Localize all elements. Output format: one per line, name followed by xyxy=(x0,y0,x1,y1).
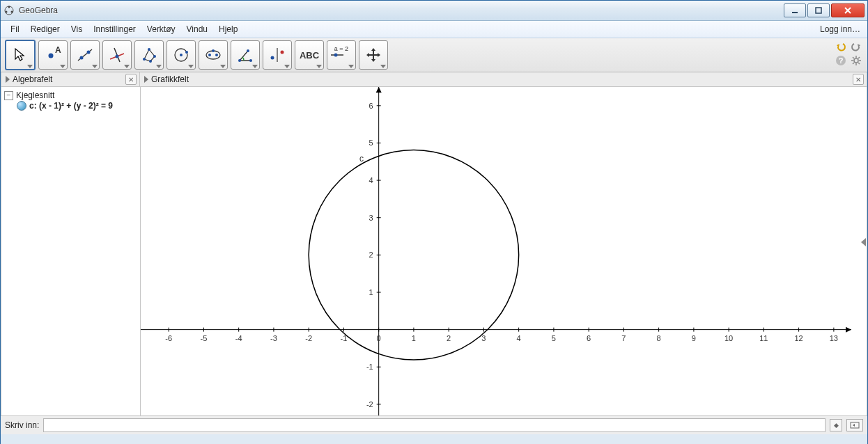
redo-icon[interactable] xyxy=(851,41,862,52)
app-window: GeoGebra Fil Rediger Vis Innstillinger V… xyxy=(0,0,868,444)
graphics-view[interactable]: -6-5-4-3-2-1012345678910111213-2-1123456… xyxy=(141,87,867,415)
svg-point-11 xyxy=(80,56,84,60)
expand-icon xyxy=(6,76,10,83)
angle-tool[interactable] xyxy=(231,40,260,70)
chevron-down-icon xyxy=(380,65,386,68)
tree-object[interactable]: c: (x - 1)² + (y - 2)² = 9 xyxy=(17,101,137,111)
svg-point-8 xyxy=(49,54,54,58)
circle-tool[interactable] xyxy=(166,40,196,70)
svg-text:2: 2 xyxy=(447,334,451,342)
svg-point-26 xyxy=(215,54,218,56)
maximize-button[interactable] xyxy=(807,3,830,17)
menu-rediger[interactable]: Rediger xyxy=(25,21,65,38)
svg-text:6: 6 xyxy=(587,334,591,342)
svg-text:12: 12 xyxy=(795,334,803,342)
svg-text:2: 2 xyxy=(369,251,373,259)
svg-line-10 xyxy=(78,49,92,61)
svg-point-33 xyxy=(281,51,284,54)
svg-text:5: 5 xyxy=(369,138,373,147)
polygon-tool[interactable] xyxy=(134,40,164,70)
svg-text:1: 1 xyxy=(369,288,373,296)
chevron-down-icon xyxy=(316,65,322,68)
undo-icon[interactable] xyxy=(835,41,846,52)
ellipse-tool[interactable] xyxy=(199,40,228,70)
svg-point-12 xyxy=(87,51,91,54)
move-graphics-tool[interactable] xyxy=(359,40,388,70)
input-history-button[interactable]: ◆ xyxy=(830,419,842,431)
svg-text:6: 6 xyxy=(369,102,373,110)
line-tool[interactable] xyxy=(70,40,100,70)
svg-point-15 xyxy=(116,55,119,58)
svg-point-30 xyxy=(247,49,249,52)
move-tool[interactable] xyxy=(5,40,36,70)
svg-text:10: 10 xyxy=(724,334,733,342)
chevron-down-icon xyxy=(348,65,354,68)
svg-point-2 xyxy=(11,11,13,13)
svg-text:11: 11 xyxy=(759,334,768,342)
close-button[interactable] xyxy=(831,3,865,17)
svg-rect-5 xyxy=(816,8,821,13)
point-tool[interactable]: A xyxy=(38,40,68,70)
svg-text:1: 1 xyxy=(412,334,416,342)
menu-hjelp[interactable]: Hjelp xyxy=(213,21,243,38)
minimize-button[interactable] xyxy=(784,3,806,17)
collapse-icon[interactable]: − xyxy=(4,91,13,100)
toolbar-right-icons: ? xyxy=(835,41,862,66)
svg-point-3 xyxy=(8,6,10,8)
svg-point-19 xyxy=(153,55,156,58)
svg-text:c: c xyxy=(359,154,364,164)
settings-icon[interactable] xyxy=(851,55,862,66)
input-field[interactable] xyxy=(43,418,826,432)
svg-text:4: 4 xyxy=(517,334,521,342)
svg-line-44 xyxy=(858,63,860,64)
svg-text:-2: -2 xyxy=(305,334,312,342)
chevron-down-icon xyxy=(92,65,98,68)
chevron-down-icon xyxy=(220,65,226,68)
chevron-down-icon xyxy=(252,65,258,68)
algebra-panel-close[interactable]: ✕ xyxy=(125,74,137,85)
login-link[interactable]: Logg inn… xyxy=(820,21,867,38)
workspace: − Kjeglesnitt c: (x - 1)² + (y - 2)² = 9… xyxy=(1,87,867,415)
svg-text:-6: -6 xyxy=(165,334,172,342)
algebra-view[interactable]: − Kjeglesnitt c: (x - 1)² + (y - 2)² = 9 xyxy=(1,87,141,415)
titlebar: GeoGebra xyxy=(1,1,867,21)
svg-text:A: A xyxy=(55,45,61,55)
svg-text:3: 3 xyxy=(369,214,373,222)
svg-point-25 xyxy=(208,54,211,56)
svg-text:-4: -4 xyxy=(235,334,242,342)
svg-point-29 xyxy=(249,59,252,62)
algebra-panel-header[interactable]: Algebrafelt ✕ xyxy=(1,72,140,86)
toolbar: A ABC xyxy=(1,38,867,72)
perpendicular-tool[interactable] xyxy=(102,40,132,70)
window-bottom-border xyxy=(1,434,867,444)
conic-icon xyxy=(17,101,26,111)
svg-text:?: ? xyxy=(839,56,844,65)
svg-point-28 xyxy=(238,59,241,62)
slider-tool[interactable]: a = 2 xyxy=(327,40,356,70)
graphics-panel-close[interactable]: ✕ xyxy=(853,74,864,85)
input-submit-button[interactable] xyxy=(846,419,863,431)
svg-line-46 xyxy=(858,57,860,58)
text-tool[interactable]: ABC xyxy=(295,40,324,70)
svg-text:-1: -1 xyxy=(366,363,373,371)
svg-text:5: 5 xyxy=(552,334,556,342)
menu-innstillinger[interactable]: Innstillinger xyxy=(88,21,141,38)
menu-vis[interactable]: Vis xyxy=(65,21,88,38)
menu-vindu[interactable]: Vindu xyxy=(181,21,213,38)
svg-text:-3: -3 xyxy=(270,334,277,342)
reflect-tool[interactable] xyxy=(263,40,292,70)
text-tool-label: ABC xyxy=(300,50,319,61)
svg-text:9: 9 xyxy=(692,334,696,342)
menu-fil[interactable]: Fil xyxy=(5,21,25,38)
menu-verktoy[interactable]: Verktøy xyxy=(141,21,181,38)
chevron-down-icon xyxy=(27,65,33,68)
tree-group[interactable]: − Kjeglesnitt xyxy=(4,90,137,101)
svg-marker-16 xyxy=(144,49,155,61)
menubar: Fil Rediger Vis Innstillinger Verktøy Vi… xyxy=(1,21,867,38)
graphics-panel-header[interactable]: Grafikkfelt ✕ xyxy=(140,72,867,86)
svg-point-27 xyxy=(212,49,215,52)
svg-text:-2: -2 xyxy=(366,400,373,409)
side-panel-handle[interactable] xyxy=(860,233,867,251)
help-icon[interactable]: ? xyxy=(835,55,846,66)
svg-text:4: 4 xyxy=(369,176,373,184)
